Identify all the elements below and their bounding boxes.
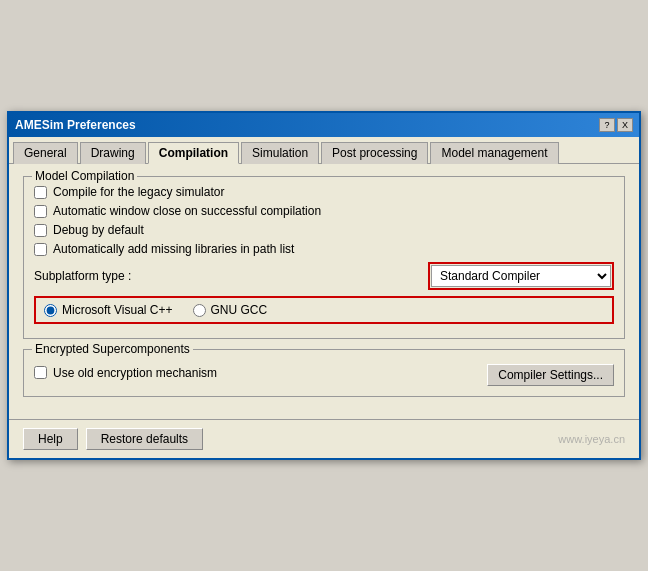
- compile-legacy-label: Compile for the legacy simulator: [53, 185, 224, 199]
- msvc-label: Microsoft Visual C++: [62, 303, 173, 317]
- compile-legacy-row: Compile for the legacy simulator: [34, 185, 614, 199]
- debug-default-label: Debug by default: [53, 223, 144, 237]
- old-encryption-label: Use old encryption mechanism: [53, 366, 217, 380]
- compile-legacy-checkbox[interactable]: [34, 186, 47, 199]
- old-encryption-row: Use old encryption mechanism: [34, 366, 217, 380]
- auto-window-close-checkbox[interactable]: [34, 205, 47, 218]
- tab-model-management[interactable]: Model management: [430, 142, 558, 164]
- auto-add-libs-row: Automatically add missing libraries in p…: [34, 242, 614, 256]
- encrypted-supercomponents-label: Encrypted Supercomponents: [32, 342, 193, 356]
- gnu-label: GNU GCC: [211, 303, 268, 317]
- bottom-bar: Help Restore defaults www.iyeya.cn: [9, 419, 639, 458]
- title-bar: AMESim Preferences ? X: [9, 113, 639, 137]
- gnu-radio[interactable]: [193, 304, 206, 317]
- model-compilation-group: Model Compilation Compile for the legacy…: [23, 176, 625, 339]
- debug-default-row: Debug by default: [34, 223, 614, 237]
- tab-drawing[interactable]: Drawing: [80, 142, 146, 164]
- model-compilation-label: Model Compilation: [32, 169, 137, 183]
- auto-window-close-row: Automatic window close on successful com…: [34, 204, 614, 218]
- watermark: www.iyeya.cn: [558, 433, 625, 445]
- tab-bar: General Drawing Compilation Simulation P…: [9, 137, 639, 164]
- debug-default-checkbox[interactable]: [34, 224, 47, 237]
- tab-simulation[interactable]: Simulation: [241, 142, 319, 164]
- compiler-select-wrapper: Standard Compiler Intel Compiler: [428, 262, 614, 290]
- preferences-window: AMESim Preferences ? X General Drawing C…: [7, 111, 641, 460]
- help-button[interactable]: Help: [23, 428, 78, 450]
- compiler-select[interactable]: Standard Compiler Intel Compiler: [431, 265, 611, 287]
- old-encryption-checkbox[interactable]: [34, 366, 47, 379]
- tab-general[interactable]: General: [13, 142, 78, 164]
- title-controls: ? X: [599, 118, 633, 132]
- restore-defaults-button[interactable]: Restore defaults: [86, 428, 203, 450]
- auto-window-close-label: Automatic window close on successful com…: [53, 204, 321, 218]
- msvc-radio[interactable]: [44, 304, 57, 317]
- close-button[interactable]: X: [617, 118, 633, 132]
- tab-post-processing[interactable]: Post processing: [321, 142, 428, 164]
- subplatform-row: Subplatform type : Standard Compiler Int…: [34, 262, 614, 290]
- encrypted-supercomponents-group: Encrypted Supercomponents Use old encryp…: [23, 349, 625, 397]
- msvc-option[interactable]: Microsoft Visual C++: [44, 303, 173, 317]
- gnu-gcc-option[interactable]: GNU GCC: [193, 303, 268, 317]
- help-title-button[interactable]: ?: [599, 118, 615, 132]
- encryption-row: Use old encryption mechanism Compiler Se…: [34, 364, 614, 386]
- compiler-settings-button[interactable]: Compiler Settings...: [487, 364, 614, 386]
- window-title: AMESim Preferences: [15, 118, 136, 132]
- compiler-radio-row: Microsoft Visual C++ GNU GCC: [34, 296, 614, 324]
- auto-add-libs-checkbox[interactable]: [34, 243, 47, 256]
- subplatform-label: Subplatform type :: [34, 269, 131, 283]
- auto-add-libs-label: Automatically add missing libraries in p…: [53, 242, 294, 256]
- tab-compilation[interactable]: Compilation: [148, 142, 239, 164]
- main-content: Model Compilation Compile for the legacy…: [9, 164, 639, 419]
